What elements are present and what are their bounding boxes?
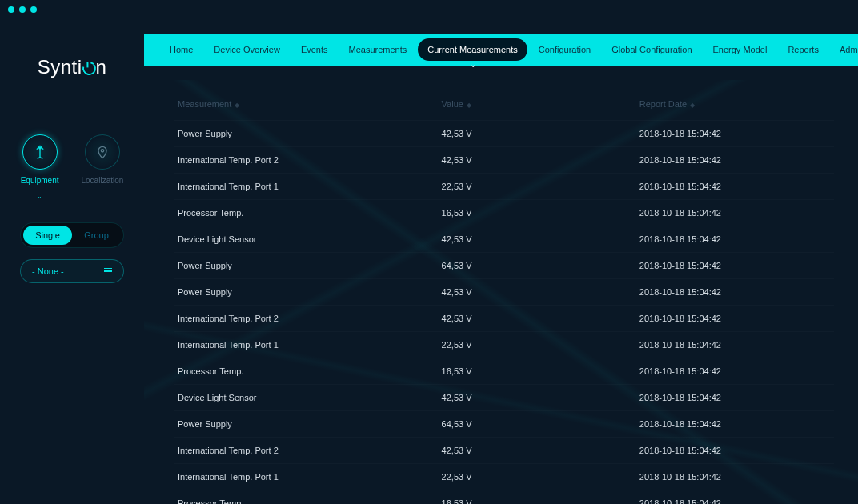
table-cell: 2018-10-18 15:04:42 [636, 306, 834, 332]
toggle-option-single[interactable]: Single [23, 226, 72, 245]
table-cell: 2018-10-18 15:04:42 [636, 147, 834, 174]
table-cell: Power Supply [174, 121, 439, 147]
table-cell: 2018-10-18 15:04:42 [636, 411, 834, 438]
table-cell: 16,53 V [439, 200, 636, 226]
sidebar-tab-equipment[interactable]: Equipment ⌄ [21, 134, 59, 200]
table-cell: Power Supply [174, 411, 439, 438]
sidebar-tabs: Equipment ⌄ Localization [21, 134, 124, 200]
sort-icon: ◆ [235, 102, 239, 109]
table-row[interactable]: International Temp. Port 242,53 V2018-10… [174, 306, 834, 332]
table-cell: Power Supply [174, 279, 439, 306]
table-row[interactable]: Power Supply64,53 V2018-10-18 15:04:42 [174, 411, 834, 438]
sidebar-tab-localization[interactable]: Localization [82, 134, 124, 200]
menu-icon [104, 268, 112, 275]
device-selector[interactable]: - None - [20, 259, 124, 283]
power-icon [79, 59, 98, 78]
table-cell: 16,53 V [439, 358, 636, 385]
nav-item-measurements[interactable]: Measurements [339, 38, 417, 61]
table-cell: International Temp. Port 2 [174, 438, 439, 464]
nav-item-administration[interactable]: Administration [830, 38, 858, 61]
table-cell: 42,53 V [439, 121, 636, 147]
table-row[interactable]: Processor Temp.16,53 V2018-10-18 15:04:4… [174, 490, 834, 505]
table-row[interactable]: International Temp. Port 122,53 V2018-10… [174, 174, 834, 200]
table-cell: Device Light Sensor [174, 385, 439, 411]
table-cell: 22,53 V [439, 332, 636, 358]
brand-logo: Syntin [38, 56, 107, 78]
table-cell: 42,53 V [439, 306, 636, 332]
location-pin-icon [94, 144, 110, 160]
table-cell: 2018-10-18 15:04:42 [636, 464, 834, 490]
col-header-measurement[interactable]: Measurement◆ [174, 94, 439, 121]
table-row[interactable]: International Temp. Port 122,53 V2018-10… [174, 464, 834, 490]
table-row[interactable]: Processor Temp.16,53 V2018-10-18 15:04:4… [174, 200, 834, 226]
table-cell: 22,53 V [439, 174, 636, 200]
device-selector-value: - None - [32, 266, 64, 276]
table-cell: 42,53 V [439, 438, 636, 464]
table-cell: Processor Temp. [174, 200, 439, 226]
table-cell: 2018-10-18 15:04:42 [636, 253, 834, 279]
nav-item-home[interactable]: Home [160, 38, 202, 61]
table-cell: International Temp. Port 1 [174, 332, 439, 358]
table-cell: Power Supply [174, 253, 439, 279]
table-cell: 42,53 V [439, 226, 636, 253]
table-cell: 64,53 V [439, 253, 636, 279]
nav-item-reports[interactable]: Reports [778, 38, 828, 61]
table-cell: 2018-10-18 15:04:42 [636, 226, 834, 253]
table-cell: Device Light Sensor [174, 226, 439, 253]
table-cell: International Temp. Port 1 [174, 174, 439, 200]
view-toggle: Single Group [20, 222, 124, 248]
table-cell: 2018-10-18 15:04:42 [636, 385, 834, 411]
sidebar-tab-label: Equipment [21, 176, 59, 185]
table-row[interactable]: International Temp. Port 122,53 V2018-10… [174, 332, 834, 358]
chevron-down-icon: ⌄ [37, 193, 42, 200]
table-cell: 2018-10-18 15:04:42 [636, 200, 834, 226]
table-row[interactable]: Power Supply64,53 V2018-10-18 15:04:42 [174, 253, 834, 279]
nav-item-energy-model[interactable]: Energy Model [704, 38, 777, 61]
nav-item-configuration[interactable]: Configuration [529, 38, 600, 61]
table-cell: 2018-10-18 15:04:42 [636, 332, 834, 358]
table-cell: 16,53 V [439, 490, 636, 505]
measurements-table: Measurement◆ Value◆ Report Date◆ Power S… [174, 94, 834, 504]
antenna-icon [32, 144, 48, 160]
sidebar-tab-label: Localization [82, 176, 124, 185]
table-cell: 2018-10-18 15:04:42 [636, 174, 834, 200]
table-cell: 2018-10-18 15:04:42 [636, 358, 834, 385]
table-cell: 2018-10-18 15:04:42 [636, 279, 834, 306]
table-row[interactable]: Device Light Sensor42,53 V2018-10-18 15:… [174, 385, 834, 411]
table-cell: 2018-10-18 15:04:42 [636, 490, 834, 505]
col-header-value[interactable]: Value◆ [439, 94, 636, 121]
table-row[interactable]: Device Light Sensor42,53 V2018-10-18 15:… [174, 226, 834, 253]
table-cell: 42,53 V [439, 385, 636, 411]
table-cell: International Temp. Port 1 [174, 464, 439, 490]
table-cell: 42,53 V [439, 147, 636, 174]
col-header-date[interactable]: Report Date◆ [636, 94, 834, 121]
table-row[interactable]: Power Supply42,53 V2018-10-18 15:04:42 [174, 121, 834, 147]
sort-icon: ◆ [467, 102, 471, 109]
table-cell: Processor Temp. [174, 358, 439, 385]
table-cell: 2018-10-18 15:04:42 [636, 121, 834, 147]
svg-point-0 [39, 147, 41, 149]
top-nav: HomeDevice OverviewEventsMeasurementsCur… [144, 34, 858, 66]
table-cell: International Temp. Port 2 [174, 306, 439, 332]
nav-item-device-overview[interactable]: Device Overview [204, 38, 290, 61]
sort-icon: ◆ [690, 102, 695, 109]
table-row[interactable]: International Temp. Port 242,53 V2018-10… [174, 438, 834, 464]
table-cell: Processor Temp. [174, 490, 439, 505]
sidebar: Syntin Equipment ⌄ Localization Sing [0, 40, 144, 299]
table-row[interactable]: Power Supply42,53 V2018-10-18 15:04:42 [174, 279, 834, 306]
nav-item-global-configuration[interactable]: Global Configuration [602, 38, 701, 61]
table-cell: 64,53 V [439, 411, 636, 438]
table-row[interactable]: International Temp. Port 242,53 V2018-10… [174, 147, 834, 174]
window-controls [8, 6, 37, 13]
table-cell: International Temp. Port 2 [174, 147, 439, 174]
nav-item-current-measurements[interactable]: Current Measurements [418, 38, 527, 61]
toggle-option-group[interactable]: Group [72, 226, 121, 245]
svg-point-1 [101, 150, 103, 152]
table-row[interactable]: Processor Temp.16,53 V2018-10-18 15:04:4… [174, 358, 834, 385]
table-cell: 42,53 V [439, 279, 636, 306]
table-cell: 2018-10-18 15:04:42 [636, 438, 834, 464]
main-content: Measurement◆ Value◆ Report Date◆ Power S… [144, 80, 858, 504]
nav-item-events[interactable]: Events [291, 38, 338, 61]
table-cell: 22,53 V [439, 464, 636, 490]
